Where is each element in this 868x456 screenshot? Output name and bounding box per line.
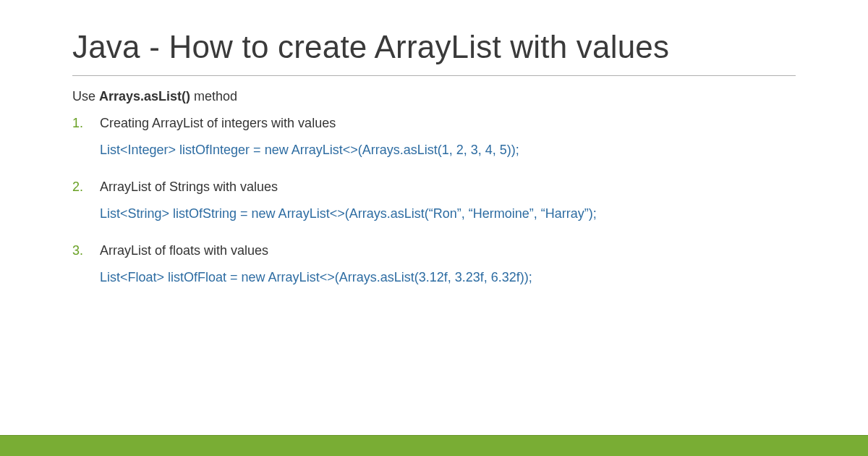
- slide-content: Use Arrays.asList() method Creating Arra…: [0, 89, 868, 285]
- example-label: ArrayList of floats with values: [100, 243, 796, 258]
- example-label: Creating ArrayList of integers with valu…: [100, 116, 796, 131]
- example-label: ArrayList of Strings with values: [100, 180, 796, 195]
- title-divider: [72, 75, 796, 76]
- intro-suffix: method: [190, 89, 237, 104]
- slide-title: Java - How to create ArrayList with valu…: [0, 0, 868, 75]
- intro-text: Use Arrays.asList() method: [72, 89, 796, 104]
- example-code: List<Float> listOfFloat = new ArrayList<…: [100, 270, 796, 285]
- examples-list: Creating ArrayList of integers with valu…: [72, 116, 796, 285]
- intro-method: Arrays.asList(): [99, 89, 190, 104]
- example-item: ArrayList of floats with values List<Flo…: [72, 243, 796, 285]
- example-item: Creating ArrayList of integers with valu…: [72, 116, 796, 158]
- footer-bar: [0, 436, 868, 456]
- example-item: ArrayList of Strings with values List<St…: [72, 180, 796, 221]
- example-code: List<Integer> listOfInteger = new ArrayL…: [100, 143, 796, 158]
- intro-prefix: Use: [72, 89, 99, 104]
- example-code: List<String> listOfString = new ArrayLis…: [100, 206, 796, 221]
